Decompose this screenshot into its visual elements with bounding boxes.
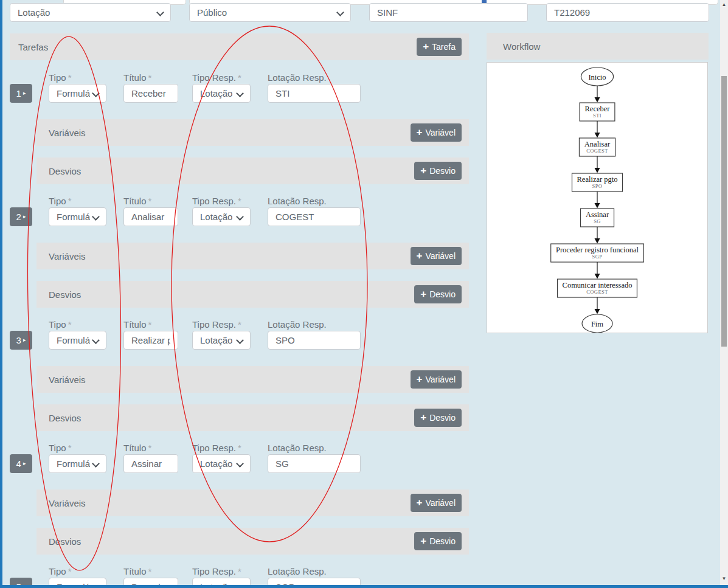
task-number-badge[interactable]: 2▸	[10, 207, 32, 226]
add-desvio-button[interactable]: +Desvio	[414, 162, 462, 180]
add-variavel-button[interactable]: +Variável	[411, 247, 462, 265]
plus-icon: +	[420, 536, 426, 546]
required-marker: *	[238, 319, 241, 330]
desvios-bar: Desvios +Desvio	[36, 528, 469, 555]
cutoff-blue-icon	[482, 0, 487, 3]
tipo-resp-label: Tipo Resp.*	[192, 319, 241, 330]
scroll-up-icon[interactable]: ▲	[720, 2, 728, 8]
flow-node-label: Assinar	[586, 210, 609, 219]
lotacao-resp-label: Lotação Resp.	[268, 566, 327, 576]
flow-node-label: Inicio	[588, 73, 606, 81]
add-desvio-button[interactable]: +Desvio	[414, 532, 462, 550]
task-number-badge[interactable]: 4▸	[10, 454, 32, 473]
required-marker: *	[148, 72, 152, 83]
flow-node-sublabel: SPO	[592, 183, 603, 189]
add-desvio-button[interactable]: +Desvio	[414, 285, 462, 303]
window-left-border	[0, 0, 2, 588]
sinf-input[interactable]	[369, 3, 528, 22]
flow-node-8: Fim	[582, 314, 612, 333]
tipo-label: Tipo*	[49, 196, 71, 206]
titulo-input[interactable]	[123, 331, 178, 350]
expand-icon: ▸	[23, 461, 26, 466]
flow-arrowhead-icon	[595, 238, 600, 244]
flow-node-label: Fim	[591, 320, 603, 328]
titulo-label: Título*	[123, 72, 151, 83]
flow-node-4: Realizar pgtoSPO	[572, 173, 623, 192]
required-marker: *	[148, 196, 152, 206]
flow-node-1: Inicio	[581, 67, 613, 86]
desvios-label: Desvios	[36, 536, 81, 547]
titulo-label: Título*	[123, 443, 151, 453]
tipo-select[interactable]: Formulá	[49, 331, 106, 350]
chevron-down-icon	[92, 89, 100, 97]
tipo-label: Tipo*	[49, 72, 71, 83]
titulo-input[interactable]	[123, 207, 178, 226]
tipo-select[interactable]: Formulá	[49, 454, 106, 473]
desvios-label: Desvios	[36, 289, 81, 300]
required-marker: *	[238, 72, 241, 83]
lotacao-select[interactable]: Lotação	[10, 3, 171, 22]
scroll-down-icon[interactable]: ▼	[720, 576, 728, 582]
publico-select[interactable]: Público	[189, 3, 351, 22]
variaveis-bar: Variáveis +Variável	[36, 243, 469, 269]
tipo-resp-label: Tipo Resp.*	[192, 443, 241, 453]
chevron-down-icon	[236, 213, 244, 221]
plus-icon: +	[420, 412, 426, 423]
titulo-input[interactable]	[123, 84, 178, 103]
flow-node-sublabel: SG	[594, 218, 601, 224]
task-number-badge[interactable]: 3▸	[10, 331, 32, 350]
lotacao-resp-label: Lotação Resp.	[268, 319, 327, 330]
add-desvio-button[interactable]: +Desvio	[414, 409, 462, 427]
codigo-input[interactable]	[546, 3, 709, 22]
required-marker: *	[68, 319, 72, 330]
titulo-label: Título*	[123, 566, 151, 576]
titulo-input[interactable]	[123, 454, 178, 473]
scrollbar[interactable]: ▲ ▼	[720, 0, 728, 588]
tipo-select[interactable]: Formulá	[49, 84, 106, 103]
flow-arrowhead-icon	[595, 309, 600, 314]
plus-icon: +	[420, 165, 426, 176]
scrollbar-thumb[interactable]	[721, 76, 727, 347]
plus-icon: +	[417, 374, 423, 384]
flow-arrowhead-icon	[595, 97, 600, 103]
tipo-resp-select[interactable]: Lotação	[192, 454, 251, 473]
chevron-down-icon	[236, 89, 244, 97]
add-tarefa-button[interactable]: + Tarefa	[417, 38, 462, 56]
flow-node-2: ReceberSTI	[580, 103, 615, 121]
titulo-label: Título*	[123, 319, 151, 330]
workflow-header-bar: Workflow	[487, 33, 709, 60]
chevron-down-icon	[156, 9, 164, 16]
lotacao-resp-input[interactable]	[268, 331, 361, 350]
tipo-resp-label: Tipo Resp.*	[192, 196, 241, 206]
workflow-diagram: InicioReceberSTIAnalisarCOGESTRealizar p…	[487, 63, 707, 333]
flow-node-6: Proceder registro funcionalSGP	[551, 244, 644, 262]
required-marker: *	[238, 196, 241, 206]
required-marker: *	[148, 566, 152, 576]
flow-node-7: Comunicar interessadoCOGEST	[558, 279, 637, 297]
task-block-1: Tipo* Título* Tipo Resp.* Lotação Resp. …	[0, 69, 476, 192]
plus-icon: +	[417, 497, 423, 508]
lotacao-resp-input[interactable]	[268, 84, 361, 103]
lotacao-resp-input[interactable]	[268, 454, 361, 473]
lotacao-resp-input[interactable]	[268, 207, 361, 226]
tipo-resp-select[interactable]: Lotação	[192, 84, 251, 103]
desvios-label: Desvios	[36, 413, 81, 423]
tipo-resp-select[interactable]: Lotação	[192, 331, 251, 350]
tipo-resp-select[interactable]: Lotação	[192, 207, 251, 226]
tipo-resp-label: Tipo Resp.*	[192, 72, 241, 83]
add-variavel-button[interactable]: +Variável	[411, 494, 462, 512]
chevron-down-icon	[92, 336, 100, 344]
tipo-select[interactable]: Formulá	[49, 207, 106, 226]
flow-node-label: Proceder registro funcional	[556, 246, 639, 254]
flow-arrowhead-icon	[595, 274, 600, 279]
desvios-bar: Desvios +Desvio	[36, 404, 469, 431]
expand-icon: ▸	[23, 214, 26, 220]
tipo-label: Tipo*	[49, 319, 71, 330]
plus-icon: +	[417, 127, 423, 137]
task-number-badge[interactable]: 1▸	[10, 84, 32, 103]
add-variavel-button[interactable]: +Variável	[411, 123, 462, 142]
flow-node-sublabel: COGEST	[586, 289, 608, 295]
flow-node-sublabel: COGEST	[586, 148, 608, 154]
add-variavel-button[interactable]: +Variável	[411, 370, 462, 389]
titulo-label: Título*	[123, 196, 151, 206]
